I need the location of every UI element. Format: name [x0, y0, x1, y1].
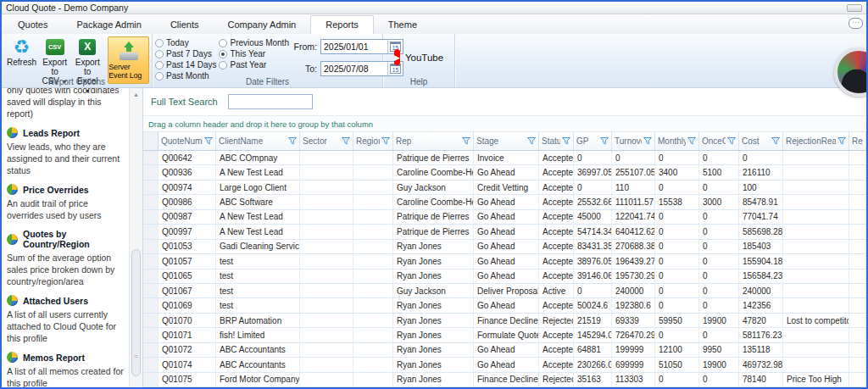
filter-icon[interactable]: [771, 137, 780, 145]
row-indicator[interactable]: [143, 151, 159, 164]
table-row[interactable]: Q00642ABC COmpnayPatrique de PierresInvo…: [143, 151, 866, 165]
column-header-reject[interactable]: Reject: [849, 132, 866, 150]
refresh-label: Refresh: [7, 58, 36, 67]
excel-file-icon: X: [79, 39, 96, 55]
cell-cost: 469732.98: [739, 358, 783, 371]
column-header-gp[interactable]: GP: [574, 132, 612, 150]
scroll-up-icon[interactable]: ▲: [130, 92, 142, 97]
chat-bubble-icon[interactable]: ···: [849, 18, 863, 29]
row-indicator[interactable]: [143, 343, 159, 357]
column-header-turnover[interactable]: Turnover: [612, 132, 655, 150]
row-indicator[interactable]: [143, 298, 159, 312]
tab-theme[interactable]: Theme: [374, 16, 431, 34]
csv-file-icon: CSV: [46, 39, 64, 55]
tab-reports[interactable]: Reports: [310, 15, 374, 34]
column-header-sector[interactable]: Sector: [300, 132, 353, 150]
group-by-panel[interactable]: Drag a column header and drop it here to…: [143, 116, 866, 132]
table-row[interactable]: Q00974Large Logo ClientGuy JacksonCredit…: [143, 181, 866, 195]
filter-icon[interactable]: [600, 137, 609, 145]
radio-past-7-days[interactable]: Past 7 Days: [155, 49, 216, 58]
column-header-quotenumber[interactable]: QuoteNumber: [159, 132, 216, 150]
row-indicator[interactable]: [143, 254, 159, 268]
row-indicator[interactable]: [143, 165, 159, 179]
report-item-leads-report[interactable]: Leads ReportView leads, who they are ass…: [7, 127, 125, 176]
table-row[interactable]: Q01072ABC AccountantsRyan JonesGo AheadA…: [143, 343, 866, 358]
filter-icon[interactable]: [837, 137, 846, 145]
filter-icon[interactable]: [462, 137, 470, 145]
table-row[interactable]: Q01053Gadi Cleaning ServiceRyan JonesGo …: [143, 240, 866, 254]
radio-previous-month[interactable]: Previous Month: [219, 38, 288, 47]
row-indicator[interactable]: [143, 284, 159, 297]
row-indicator[interactable]: [143, 270, 159, 283]
column-header-clientname[interactable]: ClientName: [216, 132, 300, 150]
table-row[interactable]: Q01067testGuy JacksonDeliver ProposalAct…: [143, 284, 866, 298]
filter-icon[interactable]: [727, 137, 736, 145]
column-header-onceoff[interactable]: OnceOff: [699, 132, 739, 150]
refresh-button[interactable]: ♻ Refresh: [4, 36, 39, 68]
cell-quotenumber: Q01069: [159, 298, 216, 312]
table-row[interactable]: Q01075Ford Motor Company SARyan JonesFin…: [143, 373, 866, 387]
report-item-price-overrides[interactable]: Price OverridesAn audit trail of price o…: [7, 184, 125, 221]
column-header-label: Rep: [396, 136, 411, 146]
full-text-search-input[interactable]: [228, 94, 313, 109]
export-excel-button[interactable]: X Export to Excel ▼: [70, 36, 104, 97]
filter-icon[interactable]: [687, 137, 696, 145]
column-header-region[interactable]: Region: [353, 132, 393, 150]
tab-quotes[interactable]: Quotes: [3, 16, 62, 34]
column-header-status[interactable]: Status: [539, 132, 574, 150]
row-indicator[interactable]: [143, 240, 159, 253]
radio-past-year[interactable]: Past Year: [219, 60, 288, 69]
cell-gp: 45000: [574, 210, 612, 224]
minimize-button[interactable]: [847, 4, 862, 12]
cell-clientname: Gadi Cleaning Service: [216, 240, 300, 253]
table-row[interactable]: Q01065testRyan JonesGo AheadAccepted3914…: [143, 270, 866, 284]
column-header-rep[interactable]: Rep: [393, 132, 474, 150]
column-header-cost[interactable]: Cost: [739, 132, 783, 150]
radio-today[interactable]: Today: [155, 38, 216, 47]
from-date-input[interactable]: [321, 40, 387, 53]
row-indicator[interactable]: [143, 210, 159, 224]
filter-icon[interactable]: [527, 137, 536, 145]
row-indicator[interactable]: [143, 225, 159, 238]
table-row[interactable]: Q01069testRyan JonesGo AheadAccepted5002…: [143, 298, 866, 313]
report-item-memos-report[interactable]: Memos ReportA list of all memos created …: [7, 352, 125, 387]
cell-onceoff: 0: [699, 270, 739, 283]
scrollbar-thumb[interactable]: =: [131, 249, 141, 376]
tab-package-admin[interactable]: Package Admin: [62, 16, 155, 34]
cell-turnover: 699999: [612, 358, 655, 371]
row-indicator[interactable]: [143, 328, 159, 342]
table-row[interactable]: Q00997A New Test LeadPatrique de Pierres…: [143, 225, 866, 239]
report-list: Leads ReportView leads, who they are ass…: [7, 127, 125, 387]
filter-icon[interactable]: [204, 137, 213, 145]
table-row[interactable]: Q01057testRyan JonesGo AheadAccepted3897…: [143, 254, 866, 269]
sidebar-scrollbar[interactable]: ▲ =: [129, 88, 142, 387]
table-row[interactable]: Q00987A New Test LeadPatrique de Pierres…: [143, 210, 866, 225]
youtube-button[interactable]: ▶ YouTube: [394, 49, 443, 65]
row-indicator[interactable]: [143, 358, 159, 371]
radio-past-14-days[interactable]: Past 14 Days: [155, 60, 216, 69]
to-date-input[interactable]: [321, 62, 387, 75]
filter-icon[interactable]: [381, 137, 390, 145]
tab-company-admin[interactable]: Company Admin: [214, 16, 311, 34]
filter-icon[interactable]: [562, 137, 570, 145]
table-row[interactable]: Q01074ABC AccountantsRyan JonesGo AheadA…: [143, 358, 866, 372]
filter-icon[interactable]: [643, 137, 652, 145]
table-row[interactable]: Q00936A New Test LeadCaroline Coombe-Hea…: [143, 165, 866, 180]
column-header-monthly[interactable]: Monthly: [655, 132, 699, 150]
row-indicator[interactable]: [143, 314, 159, 327]
radio-this-year[interactable]: This Year: [219, 49, 288, 58]
column-header-stage[interactable]: Stage: [474, 132, 539, 150]
filter-icon[interactable]: [342, 137, 350, 145]
tab-clients[interactable]: Clients: [156, 16, 214, 34]
table-row[interactable]: Q01070BRP AutomationRyan JonesFinance De…: [143, 314, 866, 328]
cell-gp: 38976.05: [574, 254, 612, 268]
table-row[interactable]: Q00986ABC SoftwareCaroline Coombe-HeathG…: [143, 195, 866, 209]
filter-icon[interactable]: [288, 137, 297, 145]
table-row[interactable]: Q01071fish! LimitedRyan JonesFormulate Q…: [143, 328, 866, 342]
report-item-attached-users[interactable]: Attached UsersA list of all users curren…: [7, 295, 125, 344]
row-indicator[interactable]: [143, 195, 159, 208]
row-indicator[interactable]: [143, 181, 159, 194]
row-indicator[interactable]: [143, 373, 159, 386]
column-header-rejectionreason[interactable]: RejectionReason: [783, 132, 849, 150]
report-item-quotes-by-country-region[interactable]: Quotes by Country/RegionSum of the avera…: [7, 229, 125, 287]
